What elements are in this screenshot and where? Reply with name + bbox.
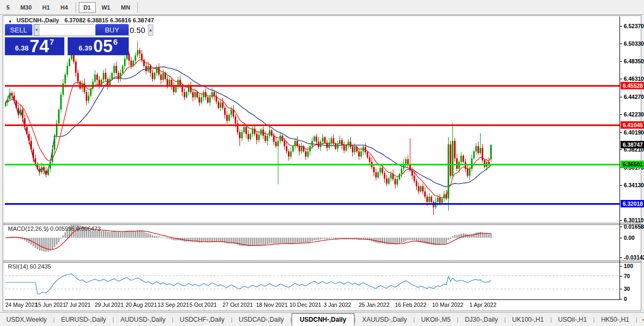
volume-increase-icon[interactable]: ▲ [148,24,153,36]
macd-axis-tick [620,227,622,227]
chart-tab-xauusd-daily[interactable]: XAUUSD-,Daily [356,314,413,325]
level-price-tag: 6.36501 [621,161,644,168]
buy-button[interactable]: BUY [95,24,129,36]
price-axis-tick [620,97,622,97]
timeframe-button-d1[interactable]: D1 [79,2,96,13]
price-axis-label: 6.46310 [624,76,644,82]
timeframe-button-w1[interactable]: W1 [97,2,115,13]
current-price-tag: 6.38747 [621,141,644,148]
one-click-trade-panel: SELL ▼ ▲ BUY 6.38 74 7 6.39 05 6 [5,24,129,55]
sell-price-display[interactable]: 6.38 74 7 [5,37,64,55]
volume-input[interactable] [39,24,148,36]
macd-axis-tick [620,238,622,238]
price-axis-tick [620,79,622,79]
collapse-panel-icon[interactable]: ▲ [8,19,12,23]
time-axis-label: 10 Dec 2021 [290,302,321,308]
level-line-6.45528[interactable] [5,85,620,87]
rsi-axis-tick [620,289,622,289]
chart-title: ▲ USDCNH-,Daily 6.37082 6.38815 6.36816 … [8,17,154,23]
sell-price-point: 7 [49,37,54,46]
sell-button[interactable]: SELL [5,24,32,36]
macd-pane-separator[interactable] [3,223,641,225]
time-axis-label: 18 Nov 2021 [256,302,288,308]
mt4-workspace: 5M30H1H4D1W1MN ▲ USDCNH-,Daily 6.37082 6… [0,0,644,326]
time-axis-label: 27 Oct 2021 [222,302,253,308]
chart-window: ▲ USDCNH-,Daily 6.37082 6.38815 6.36816 … [3,15,641,311]
rsi-axis-tick [620,276,622,277]
price-axis-tick [620,149,622,150]
price-axis-label: 6.52370 [624,23,644,29]
rsi-axis-label: 30 [624,286,630,292]
level-price-tag: 6.32018 [621,200,644,207]
chart-tab-usdcad-daily[interactable]: USDCAD-,Daily [233,314,291,325]
time-axis-label: 20 Aug 2021 [126,302,157,308]
timeframe-button-h4[interactable]: H4 [56,2,73,13]
time-axis-line [5,299,620,300]
rsi-indicator-label: RSI(14) 60.2435 [8,263,51,270]
price-axis-label: 6.50330 [624,40,644,47]
level-line-6.36501[interactable] [5,164,620,165]
rsi-axis-tick [620,266,622,266]
macd-axis-label: 0.016586 [624,223,644,230]
chart-tab-usoil-h1[interactable]: USOil-,H1 [552,314,593,325]
macd-indicator-label: MACD(12,26,9) 0.005996 0.006473 [8,225,101,232]
price-axis-tick [620,220,622,221]
time-axis-label: 16 Feb 2022 [395,302,426,308]
chart-tab-bar: USDX,Weekly|EURUSD-,Daily|AUDUSD-,Daily|… [0,312,644,326]
price-axis-label: 6.40190 [624,129,644,136]
rsi-pane-separator[interactable] [3,261,641,263]
volume-decrease-icon[interactable]: ▼ [34,24,39,36]
timeframe-button-mn[interactable]: MN [116,2,135,13]
chart-symbol-period: USDCNH-,Daily [16,17,59,23]
buy-price-pips: 05 [93,39,113,54]
macd-axis-label: 0.00 [624,235,634,241]
rsi-axis-label: 70 [624,273,630,279]
time-axis-label: 10 Mar 2022 [432,302,464,308]
chart-tab-ukoil-m5[interactable]: UKOil-,M5 [415,314,457,325]
chart-tab-audusd-daily[interactable]: AUDUSD-,Daily [114,314,172,325]
level-line-6.41045[interactable] [5,124,620,126]
timeframe-toolbar: 5M30H1H4D1W1MN [0,0,644,15]
rsi-axis-label: 100 [624,263,633,269]
sell-price-pips: 74 [30,39,49,54]
time-axis-label: 1 Apr 2022 [469,302,497,308]
price-axis-tick [620,132,622,133]
buy-price-point: 6 [113,37,118,46]
price-axis-label: 6.44270 [624,94,644,100]
buy-price-base: 6.39 [79,44,92,52]
time-axis-label: 29 Jul 2021 [95,302,123,308]
chart-tab-uk100-h1[interactable]: UK100-,H1 [506,314,550,325]
chart-tab-eurusd-daily[interactable]: EURUSD-,Daily [55,314,113,325]
toolbar-separator [137,2,138,13]
time-axis-label: 25 Jan 2022 [359,302,390,308]
volume-stepper: ▼ ▲ [34,24,94,36]
timeframe-button-h1[interactable]: H1 [38,2,55,13]
chart-tab-hk50-h1[interactable]: HK50-,H1 [595,314,635,325]
macd-axis-tick [620,257,622,258]
price-axis-label: 6.34130 [624,182,644,188]
level-price-tag: 6.41045 [621,121,644,129]
price-axis-label: 6.30110 [624,217,643,223]
level-price-tag: 6.45528 [621,82,644,89]
chart-tab-usdcnh-daily[interactable]: USDCNH-,Daily [292,313,354,326]
chart-tab-usdx-weekly[interactable]: USDX,Weekly [0,314,53,325]
price-axis-tick [620,185,622,186]
price-axis-tick [620,114,622,115]
chart-tab-usdchf-daily[interactable]: USDCHF-,Daily [174,314,231,325]
chart-tab-dj30-daily[interactable]: DJ30-,Daily [458,314,504,325]
price-axis-tick [620,44,622,44]
buy-price-display[interactable]: 6.39 05 6 [68,37,129,55]
timeframe-button-5[interactable]: 5 [2,2,14,13]
macd-axis-label: -0.031421 [624,254,644,261]
toolbar-separator [76,2,76,13]
level-line-6.32018[interactable] [5,203,620,205]
time-axis-label: 13 Sep 2021 [158,302,189,308]
timeframe-button-m30[interactable]: M30 [15,2,36,13]
chart-ohlc-values: 6.37082 6.38815 6.36816 6.38747 [64,17,154,23]
time-axis-label: 3 Jan 2022 [324,302,351,308]
price-axis-tick [620,61,622,62]
price-axis-label: 6.42230 [624,111,644,118]
sell-price-base: 6.38 [15,44,28,52]
tabs-scroll-left-icon[interactable]: ◄ [641,317,644,322]
rsi-pane-canvas[interactable] [5,263,620,299]
